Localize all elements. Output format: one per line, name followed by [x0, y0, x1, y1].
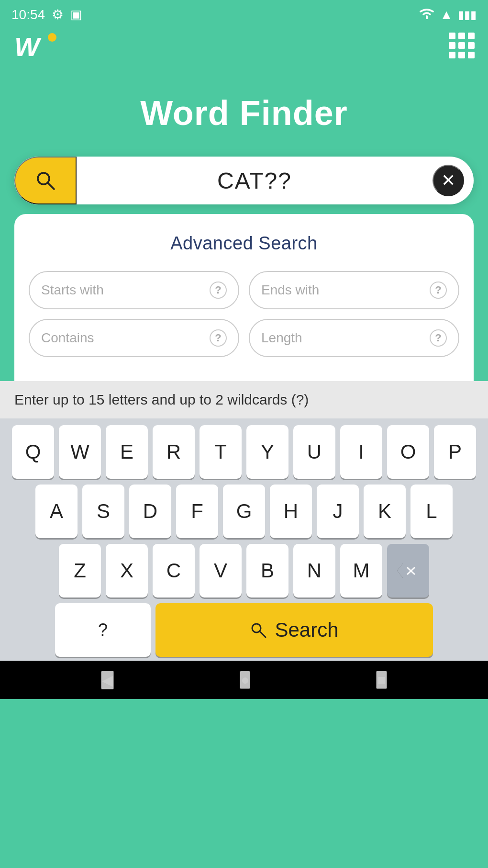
wifi-icon — [419, 7, 435, 23]
key-y[interactable]: Y — [246, 425, 288, 479]
storage-icon: ▣ — [70, 7, 82, 22]
key-n[interactable]: N — [293, 544, 335, 597]
key-e[interactable]: E — [106, 425, 148, 479]
back-button[interactable]: ◀ — [101, 671, 114, 689]
logo-yellow-dot — [48, 33, 56, 42]
battery-icon: ▮▮▮ — [458, 8, 477, 22]
svg-line-2 — [48, 183, 54, 189]
signal-icon: ▲ — [440, 7, 453, 23]
key-s[interactable]: S — [82, 485, 124, 538]
keyboard-row-3: Z X C V B N M — [4, 544, 484, 597]
search-magnifier-icon — [35, 170, 56, 191]
svg-text:W: W — [14, 32, 42, 60]
key-l[interactable]: L — [410, 485, 453, 538]
filter-row-2: Contains ? Length ? — [29, 319, 459, 357]
key-x[interactable]: X — [106, 544, 148, 597]
keyboard-row-2: A S D F G H J K L — [4, 485, 484, 538]
advanced-search-panel: Advanced Search Starts with ? Ends with … — [14, 214, 474, 381]
key-f[interactable]: F — [176, 485, 218, 538]
key-backspace[interactable] — [387, 544, 429, 597]
gear-icon: ⚙ — [52, 7, 64, 23]
contains-field[interactable]: Contains ? — [29, 319, 239, 357]
key-r[interactable]: R — [153, 425, 195, 479]
key-v[interactable]: V — [200, 544, 242, 597]
search-button[interactable] — [14, 157, 77, 204]
apps-grid-button[interactable] — [449, 33, 474, 58]
key-o[interactable]: O — [387, 425, 429, 479]
filter-row-1: Starts with ? Ends with ? — [29, 271, 459, 309]
key-j[interactable]: J — [317, 485, 359, 538]
backspace-icon — [397, 563, 419, 579]
ends-with-placeholder: Ends with — [261, 282, 319, 298]
contains-help-icon[interactable]: ? — [210, 329, 227, 347]
key-w[interactable]: W — [59, 425, 101, 479]
advanced-search-title: Advanced Search — [29, 233, 459, 254]
clear-search-button[interactable]: ✕ — [433, 165, 464, 196]
search-keyboard-icon — [250, 621, 267, 639]
search-keyboard-label: Search — [275, 619, 338, 642]
recents-button[interactable]: ■ — [376, 671, 387, 689]
length-placeholder: Length — [261, 330, 302, 346]
length-field[interactable]: Length ? — [249, 319, 459, 357]
status-time: 10:54 — [11, 7, 45, 23]
key-h[interactable]: H — [270, 485, 312, 538]
main-search-input[interactable] — [77, 168, 433, 194]
key-q[interactable]: Q — [12, 425, 54, 479]
starts-with-help-icon[interactable]: ? — [210, 282, 227, 299]
hint-bar: Enter up to 15 letters and up to 2 wildc… — [0, 381, 488, 418]
navigation-bar: ◀ ● ■ — [0, 661, 488, 699]
keyboard-bottom-row: ? Search — [4, 603, 484, 657]
keyboard-row-1: Q W E R T Y U I O P — [4, 425, 484, 479]
search-bar: ✕ — [14, 157, 474, 204]
key-z[interactable]: Z — [59, 544, 101, 597]
key-t[interactable]: T — [200, 425, 242, 479]
home-button[interactable]: ● — [240, 671, 250, 689]
ends-with-help-icon[interactable]: ? — [430, 282, 447, 299]
contains-placeholder: Contains — [41, 330, 94, 346]
title-section: Word Finder — [0, 65, 488, 157]
search-bar-container: ✕ — [0, 157, 488, 204]
key-p[interactable]: P — [434, 425, 476, 479]
key-b[interactable]: B — [246, 544, 288, 597]
starts-with-placeholder: Starts with — [41, 282, 104, 298]
logo-wordmark: W — [14, 31, 53, 60]
key-u[interactable]: U — [293, 425, 335, 479]
page-title: Word Finder — [140, 93, 348, 133]
starts-with-field[interactable]: Starts with ? — [29, 271, 239, 309]
svg-line-11 — [260, 631, 266, 637]
close-icon: ✕ — [441, 172, 455, 189]
ends-with-field[interactable]: Ends with ? — [249, 271, 459, 309]
key-a[interactable]: A — [35, 485, 78, 538]
length-help-icon[interactable]: ? — [430, 329, 447, 347]
key-k[interactable]: K — [364, 485, 406, 538]
app-bar: W — [0, 26, 488, 65]
key-d[interactable]: D — [129, 485, 171, 538]
status-bar: 10:54 ⚙ ▣ ▲ ▮▮▮ — [0, 0, 488, 26]
keyboard: Q W E R T Y U I O P A S D F G H J K L Z … — [0, 418, 488, 661]
logo-svg: W — [14, 31, 53, 60]
app-logo: W — [14, 31, 53, 60]
key-g[interactable]: G — [223, 485, 265, 538]
search-keyboard-button[interactable]: Search — [155, 603, 433, 657]
key-wildcard[interactable]: ? — [55, 603, 151, 657]
key-i[interactable]: I — [340, 425, 382, 479]
hint-text: Enter up to 15 letters and up to 2 wildc… — [14, 392, 309, 407]
key-c[interactable]: C — [153, 544, 195, 597]
key-m[interactable]: M — [340, 544, 382, 597]
